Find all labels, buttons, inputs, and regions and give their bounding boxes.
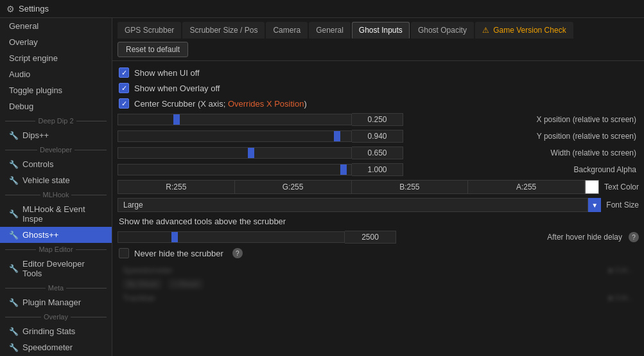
width-slider[interactable]: [117, 147, 352, 159]
color-swatch[interactable]: [585, 180, 599, 194]
blur-speedometer-title: Speedometer: [123, 265, 173, 275]
color-b[interactable]: B:255: [352, 180, 469, 194]
color-g[interactable]: G:255: [235, 180, 352, 194]
wrench-icon: 🔧: [9, 209, 19, 218]
width-label: Width (relative to screen): [403, 148, 639, 157]
sidebar-item-audio[interactable]: Audio: [0, 66, 112, 82]
tab-game-version-check[interactable]: ⚠ Game Version Check: [475, 22, 573, 39]
wrench-icon: 🔧: [9, 343, 19, 352]
hover-delay-thumb[interactable]: [171, 232, 178, 242]
sidebar-item-toggle-plugins[interactable]: Toggle plugins: [0, 82, 112, 98]
sidebar-item-label: Ghosts++: [22, 230, 58, 240]
y-position-value: 0.940: [352, 130, 403, 143]
sep-line-right: [71, 317, 107, 317]
tab-gps-scrubber[interactable]: GPS Scrubber: [117, 22, 181, 39]
blurred-content: Speedometer ▶ Edit... By Ghost + Reset T…: [117, 261, 639, 307]
sidebar-item-label: Plugin Manager: [22, 298, 81, 307]
reset-bar: Reset to default: [112, 39, 644, 61]
bg-alpha-label: Background Alpha: [403, 165, 639, 174]
sidebar-item-editor-dev[interactable]: 🔧 Editor Developer Tools: [0, 256, 112, 281]
sidebar-item-label: Dips++: [22, 130, 49, 140]
sep-line-right: [66, 288, 107, 289]
x-position-label: X position (relative to screen): [403, 115, 639, 124]
hover-delay-row: 2500 After hover hide delay ?: [117, 229, 639, 245]
never-hide-checkbox[interactable]: [119, 248, 129, 258]
sidebar-item-vehicle-state[interactable]: 🔧 Vehicle state: [0, 172, 112, 188]
x-position-row: 0.250 X position (relative to screen): [117, 111, 639, 128]
width-thumb[interactable]: [248, 148, 254, 158]
separator-overlay: Overlay: [0, 310, 112, 323]
separator-meta: Meta: [0, 281, 112, 294]
tabs-row: GPS Scrubber Scrubber Size / Pos Camera …: [112, 18, 644, 39]
never-hide-row: Never hide the scrubber ?: [117, 245, 639, 261]
title-bar: ⚙ Settings: [0, 0, 644, 18]
sidebar-item-plugin-manager[interactable]: 🔧 Plugin Manager: [0, 294, 112, 310]
blur-tag-2: + Reset: [168, 279, 203, 289]
sidebar-item-mlhook[interactable]: 🔧 MLHook & Event Inspe: [0, 201, 112, 227]
center-scrubber-checkbox[interactable]: ✓: [119, 98, 129, 109]
sidebar-item-script-engine[interactable]: Script engine: [0, 50, 112, 66]
sidebar-item-label: General: [9, 21, 39, 31]
color-r[interactable]: R:255: [117, 180, 235, 194]
show-overlay-off-checkbox[interactable]: ✓: [119, 83, 129, 93]
advanced-tools-label: Show the advanced tools above the scrubb…: [119, 217, 286, 226]
wrench-icon: 🔧: [9, 264, 19, 273]
never-hide-help-icon[interactable]: ?: [232, 248, 243, 258]
bg-alpha-thumb[interactable]: [340, 165, 347, 175]
tab-ghost-opacity[interactable]: Ghost Opacity: [411, 22, 474, 39]
tab-camera[interactable]: Camera: [266, 22, 308, 39]
y-position-row: 0.940 Y position (relative to screen): [117, 128, 639, 145]
tab-general[interactable]: General: [309, 22, 351, 39]
x-position-value: 0.250: [352, 113, 403, 126]
wrench-icon: 🔧: [9, 298, 19, 307]
y-position-slider[interactable]: [117, 130, 352, 142]
sep-line-left: [5, 317, 41, 317]
sidebar-item-debug[interactable]: Debug: [0, 98, 112, 114]
tab-ghost-inputs[interactable]: Ghost Inputs: [352, 22, 410, 39]
checkmark-icon: ✓: [121, 84, 127, 93]
blur-trackbar-row: Trackbar ▶ Edit...: [123, 291, 634, 305]
x-position-thumb[interactable]: [173, 114, 180, 125]
y-position-thumb[interactable]: [334, 131, 340, 141]
hover-delay-value: 2500: [345, 231, 396, 244]
tab-scrubber-size-pos[interactable]: Scrubber Size / Pos: [182, 22, 265, 39]
separator-developer: Developer: [0, 143, 112, 156]
sidebar-item-label: Editor Developer Tools: [22, 259, 105, 278]
sidebar-item-controls[interactable]: 🔧 Controls: [0, 156, 112, 172]
blur-edit: ▶ Edit...: [609, 266, 634, 274]
x-position-slider[interactable]: [117, 114, 352, 125]
blur-tag-1: By Ghost: [123, 279, 162, 289]
reset-to-default-button[interactable]: Reset to default: [117, 42, 188, 57]
main-layout: General Overlay Script engine Audio Togg…: [0, 18, 644, 356]
sidebar-item-label: Overlay: [9, 37, 38, 47]
sidebar-item-dips[interactable]: 🔧 Dips++: [0, 127, 112, 143]
sidebar-item-speedometer[interactable]: 🔧 Speedometer: [0, 339, 112, 355]
checkmark-icon: ✓: [121, 100, 127, 108]
blur-speedometer-row: Speedometer ▶ Edit...: [123, 263, 634, 277]
sidebar-item-label: Speedometer: [22, 343, 73, 352]
wrench-icon: 🔧: [9, 131, 19, 140]
sidebar-item-ghosts[interactable]: 🔧 Ghosts++: [0, 227, 112, 243]
sidebar-item-label: Toggle plugins: [9, 85, 62, 95]
separator-deep-dip: Deep Dip 2: [0, 114, 112, 127]
bg-alpha-slider[interactable]: [117, 164, 352, 175]
sidebar-item-label: Grinding Stats: [22, 326, 75, 336]
blur-trackbar-title: Trackbar: [123, 293, 155, 303]
sidebar-item-general[interactable]: General: [0, 18, 112, 34]
blurred-area: Speedometer ▶ Edit... By Ghost + Reset T…: [117, 261, 639, 312]
override-link[interactable]: Overrides X Position: [228, 99, 304, 109]
color-a[interactable]: A:255: [468, 180, 585, 194]
sep-line-left: [5, 195, 40, 195]
sidebar-item-overlay[interactable]: Overlay: [0, 34, 112, 50]
window-title: Settings: [19, 4, 49, 13]
show-ui-off-checkbox[interactable]: ✓: [119, 67, 129, 78]
fontsize-dropdown-arrow[interactable]: ▼: [588, 198, 601, 212]
settings-icon: ⚙: [6, 4, 15, 14]
center-scrubber-row: ✓ Center Scrubber (X axis; Overrides X P…: [117, 96, 639, 111]
fontsize-select[interactable]: Large: [117, 198, 588, 212]
hover-delay-slider[interactable]: [117, 231, 345, 243]
hover-delay-help-icon[interactable]: ?: [629, 232, 639, 242]
width-value: 0.650: [352, 147, 403, 159]
sidebar-item-label: Vehicle state: [22, 175, 70, 185]
sidebar-item-grinding[interactable]: 🔧 Grinding Stats: [0, 323, 112, 339]
